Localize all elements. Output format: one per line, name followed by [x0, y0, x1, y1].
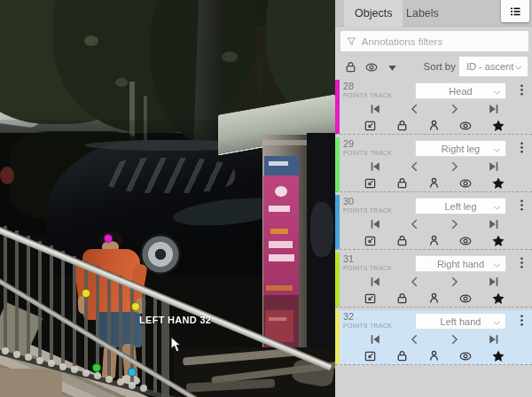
object-card-28[interactable]: 28 POINTS TRACK Head — [335, 80, 532, 135]
keyframe-star-icon[interactable] — [491, 349, 505, 363]
annotation-point-head[interactable] — [104, 234, 113, 243]
object-type: POINTS TRACK — [343, 150, 392, 156]
outside-icon[interactable] — [364, 349, 377, 362]
first-keyframe-icon[interactable] — [369, 103, 381, 115]
next-keyframe-icon[interactable] — [448, 333, 460, 346]
object-id: 30 — [343, 196, 354, 206]
annotation-point-left-leg[interactable] — [128, 368, 137, 377]
chevron-down-icon — [491, 87, 503, 98]
last-keyframe-icon[interactable] — [488, 103, 500, 115]
last-keyframe-icon[interactable] — [488, 276, 500, 288]
annotation-point-right-leg[interactable] — [92, 363, 101, 372]
annotations-filter-input[interactable] — [362, 36, 523, 47]
lock-icon[interactable] — [395, 176, 409, 190]
keyframe-nav — [335, 103, 532, 119]
first-keyframe-icon[interactable] — [369, 333, 381, 346]
hidden-eye-icon[interactable] — [458, 176, 473, 191]
next-keyframe-icon[interactable] — [448, 276, 460, 288]
keyframe-nav — [335, 218, 532, 234]
kebab-menu-icon[interactable] — [515, 83, 528, 97]
object-type: POINTS TRACK — [343, 265, 392, 271]
object-id: 28 — [343, 81, 354, 91]
annotations-filter-box[interactable] — [340, 30, 529, 52]
last-keyframe-icon[interactable] — [488, 333, 500, 346]
label-select[interactable]: Right hand — [415, 255, 506, 272]
object-type: POINTS TRACK — [343, 207, 392, 214]
sidebar-menu-icon — [508, 4, 522, 19]
previous-keyframe-icon[interactable] — [409, 160, 421, 173]
annotation-overlay: LEFT HAND 32 — [0, 0, 335, 397]
lock-icon[interactable] — [395, 234, 409, 247]
keyframe-star-icon[interactable] — [491, 292, 505, 306]
lock-icon[interactable] — [395, 119, 409, 132]
label-select[interactable]: Right leg — [415, 140, 506, 157]
occluded-person-icon[interactable] — [427, 349, 441, 362]
occluded-person-icon[interactable] — [427, 119, 441, 132]
occluded-person-icon[interactable] — [427, 292, 441, 305]
lock-icon[interactable] — [395, 349, 409, 362]
sidebar-tabbar: Objects Labels — [335, 0, 532, 27]
last-keyframe-icon[interactable] — [488, 218, 500, 230]
kebab-menu-icon[interactable] — [515, 314, 528, 327]
outside-icon[interactable] — [364, 119, 377, 132]
chevron-down-icon — [512, 62, 524, 74]
object-card-32[interactable]: 32 POINTS TRACK Left hand — [335, 310, 532, 365]
label-select[interactable]: Head — [415, 82, 506, 99]
chevron-down-icon — [491, 317, 503, 329]
object-type: POINTS TRACK — [343, 323, 392, 329]
occluded-person-icon[interactable] — [427, 234, 441, 247]
previous-keyframe-icon[interactable] — [409, 103, 421, 115]
previous-keyframe-icon[interactable] — [409, 218, 421, 230]
first-keyframe-icon[interactable] — [369, 276, 381, 288]
object-card-30[interactable]: 30 POINTS TRACK Left leg — [335, 195, 532, 250]
kebab-menu-icon[interactable] — [515, 256, 528, 269]
object-card-29[interactable]: 29 POINTS TRACK Right leg — [335, 137, 532, 192]
object-id: 32 — [343, 311, 354, 322]
kebab-menu-icon[interactable] — [515, 198, 528, 212]
outside-icon[interactable] — [364, 234, 377, 247]
label-select-value: Head — [449, 86, 472, 97]
occluded-person-icon[interactable] — [427, 176, 441, 190]
lock-all-icon[interactable] — [344, 60, 357, 74]
first-keyframe-icon[interactable] — [369, 160, 381, 173]
keyframe-nav — [335, 333, 532, 349]
label-select[interactable]: Left hand — [415, 313, 506, 330]
previous-keyframe-icon[interactable] — [409, 276, 421, 288]
label-select-value: Left hand — [441, 316, 481, 327]
tab-objects[interactable]: Objects — [344, 0, 403, 27]
lock-icon[interactable] — [395, 292, 409, 305]
tab-labels[interactable]: Labels — [395, 0, 450, 27]
label-select-value: Right leg — [442, 144, 480, 154]
next-keyframe-icon[interactable] — [448, 160, 460, 173]
next-keyframe-icon[interactable] — [448, 218, 460, 230]
label-select[interactable]: Left leg — [415, 198, 506, 214]
sidebar-menu-button[interactable] — [501, 0, 529, 22]
object-card-31[interactable]: 31 POINTS TRACK Right hand — [335, 253, 532, 307]
sort-by-label: Sort by — [424, 61, 456, 72]
video-canvas[interactable]: LEFT HAND 32 — [0, 0, 335, 397]
outside-icon[interactable] — [364, 292, 377, 305]
hidden-eye-icon[interactable] — [458, 349, 473, 363]
sort-select[interactable]: ID - ascent — [458, 56, 528, 77]
hidden-eye-icon[interactable] — [458, 234, 473, 248]
first-keyframe-icon[interactable] — [369, 218, 381, 230]
hide-all-eye-icon[interactable] — [364, 60, 379, 74]
objects-sidebar: Objects Labels Sort by ID - ascent — [335, 0, 532, 397]
kebab-menu-icon[interactable] — [515, 141, 528, 154]
next-keyframe-icon[interactable] — [448, 103, 460, 115]
object-id: 31 — [343, 253, 354, 264]
hidden-eye-icon[interactable] — [458, 292, 473, 306]
outside-icon[interactable] — [364, 176, 377, 190]
expand-caret-icon[interactable] — [387, 62, 398, 74]
previous-keyframe-icon[interactable] — [409, 333, 421, 346]
keyframe-star-icon[interactable] — [491, 176, 505, 191]
annotation-point-right-hand[interactable] — [82, 289, 90, 298]
last-keyframe-icon[interactable] — [488, 160, 500, 173]
mouse-cursor — [170, 336, 183, 354]
keyframe-star-icon[interactable] — [491, 119, 505, 133]
keyframe-star-icon[interactable] — [491, 234, 505, 248]
hidden-eye-icon[interactable] — [458, 119, 473, 133]
annotation-point-left-hand[interactable] — [131, 302, 140, 311]
object-tooltip-label: LEFT HAND 32 — [139, 315, 211, 325]
object-properties — [335, 292, 532, 307]
